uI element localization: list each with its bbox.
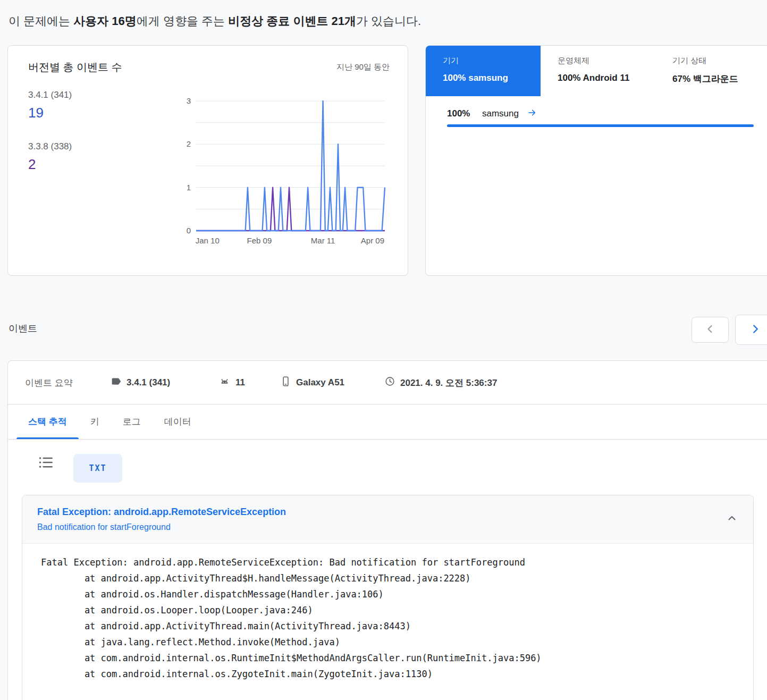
tab-data[interactable]: 데이터 [153,404,203,439]
svg-text:1: 1 [187,183,191,192]
tab-label: 키 [90,416,99,428]
tab-label: 로그 [123,416,141,428]
next-event-button[interactable] [735,315,767,345]
issue-summary: 이 문제에는 사용자 16명에게 영향을 주는 비정상 종료 이벤트 21개가 … [9,13,421,29]
exception-title: Fatal Exception: android.app.RemoteServi… [37,507,286,518]
tab-keys[interactable]: 키 [79,404,111,439]
version-event-count: 19 [28,105,72,121]
event-summary-label: 이벤트 요약 [25,361,73,404]
event-timestamp-text: 2021. 4. 9. 오전 5:36:37 [400,377,497,389]
view-list-icon[interactable] [38,456,55,469]
arrow-right-icon[interactable] [527,108,537,120]
svg-text:Mar 11: Mar 11 [311,236,335,245]
svg-text:0: 0 [187,226,191,235]
event-detail-card: 이벤트 요약 3.4.1 (341) 11 [7,360,767,700]
version-item: 3.4.1 (341) 19 [28,90,72,121]
clock-icon [384,376,395,390]
chevron-up-icon[interactable] [726,512,738,527]
device-share-label: samsung [482,108,519,119]
tab-label: 데이터 [164,416,191,428]
events-line-chart: 0123Jan 10Feb 09Mar 11Apr 09 [176,95,389,254]
svg-text:Feb 09: Feb 09 [247,236,272,245]
event-device-text: Galaxy A51 [296,377,344,388]
device-breakdown-row[interactable]: 100% samsung [447,108,537,120]
device-tab-state[interactable]: 기기 상태 67% 백그라운드 [655,46,767,96]
device-tab-label: 기기 상태 [672,56,767,66]
event-summary-row: 이벤트 요약 3.4.1 (341) 11 [8,361,767,404]
device-tab-value: 100% samsung [443,73,541,83]
chevron-right-icon [748,322,762,338]
summary-text: 이 문제에는 [9,14,73,28]
device-tab-label: 기기 [443,56,541,66]
event-detail-tabs: 스택 추적 키 로그 데이터 [8,404,767,440]
smartphone-icon [280,376,291,390]
version-tag-icon [111,376,122,390]
device-tab-value: 67% 백그라운드 [672,73,767,85]
events-by-version-card: 버전별 총 이벤트 수 지난 90일 동안 3.4.1 (341) 19 3.3… [7,45,408,276]
device-share-percent: 100% [447,108,482,119]
event-timestamp: 2021. 4. 9. 오전 5:36:37 [384,361,497,404]
device-tab-label: 운영체제 [558,56,655,66]
summary-text: 에게 영향을 주는 [137,14,228,28]
summary-text: 가 있습니다. [356,14,421,28]
svg-text:Apr 09: Apr 09 [361,236,384,245]
version-event-count: 2 [28,156,72,173]
tab-stack-trace[interactable]: 스택 추적 [16,404,79,439]
date-range-label: 지난 90일 동안 [336,62,390,72]
device-tab-value: 100% Android 11 [558,73,655,83]
version-name: 3.3.8 (338) [28,141,72,152]
summary-events-count: 비정상 종료 이벤트 21개 [228,14,356,28]
version-name: 3.4.1 (341) [28,90,72,100]
exception-header[interactable]: Fatal Exception: android.app.RemoteServi… [22,495,753,544]
event-version-text: 3.4.1 (341) [127,377,170,388]
exception-panel: Fatal Exception: android.app.RemoteServi… [22,495,754,700]
android-icon [218,375,231,390]
device-stats-card: 기기 100% samsung 운영체제 100% Android 11 기기 … [425,45,767,276]
tab-logs[interactable]: 로그 [111,404,153,439]
card-title: 버전별 총 이벤트 수 [28,60,122,74]
event-os: 11 [218,361,245,404]
device-stats-tabs: 기기 100% samsung 운영체제 100% Android 11 기기 … [426,46,767,96]
prev-event-button[interactable] [692,317,729,343]
exception-subtitle: Bad notification for startForeground [37,522,286,532]
crashlytics-issue-page: 이 문제에는 사용자 16명에게 영향을 주는 비정상 종료 이벤트 21개가 … [0,0,767,700]
download-txt-button[interactable]: TXT [73,454,122,483]
summary-users-count: 사용자 16명 [73,14,137,28]
device-share-bar [447,124,754,127]
events-section-title: 이벤트 [9,322,37,335]
device-tab-os[interactable]: 운영체제 100% Android 11 [541,46,655,96]
svg-text:3: 3 [187,96,191,105]
event-version: 3.4.1 (341) [111,361,170,404]
chevron-left-icon [704,323,717,337]
svg-text:Jan 10: Jan 10 [196,236,220,245]
stack-trace-text: Fatal Exception: android.app.RemoteServi… [22,544,753,700]
exception-header-text: Fatal Exception: android.app.RemoteServi… [37,507,286,532]
svg-text:2: 2 [187,139,191,148]
event-device: Galaxy A51 [280,361,344,404]
device-tab-device[interactable]: 기기 100% samsung [426,46,541,96]
tab-label: 스택 추적 [28,416,67,428]
event-os-text: 11 [235,377,245,388]
version-item: 3.3.8 (338) 2 [28,141,72,173]
